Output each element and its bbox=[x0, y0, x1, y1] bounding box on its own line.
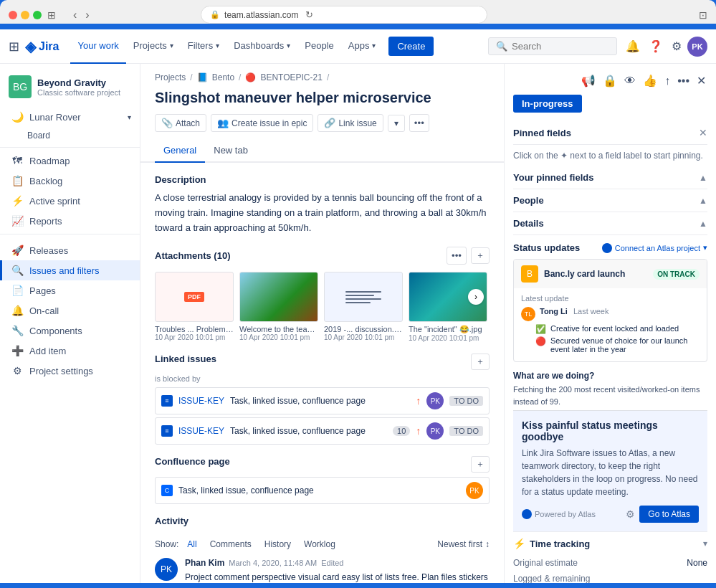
user-avatar[interactable]: PK bbox=[687, 37, 707, 57]
details-title: Details bbox=[513, 218, 544, 229]
attachment-date: 10 Apr 2020 10:01 pm bbox=[239, 333, 318, 341]
conf-item[interactable]: C Task, linked issue, confluence page PK bbox=[155, 477, 490, 504]
atlas-settings-button[interactable]: ⚙ bbox=[626, 508, 635, 520]
linked-item-2[interactable]: ≡ ISSUE-KEY Task, linked issue, confluen… bbox=[155, 417, 490, 445]
nav-apps[interactable]: Apps ▾ bbox=[341, 29, 383, 64]
linked-key-2[interactable]: ISSUE-KEY bbox=[178, 426, 224, 436]
attachment-pdf[interactable]: PDF Troubles ... Problems.pdf 10 Apr 202… bbox=[155, 272, 234, 342]
breadcrumb-bento[interactable]: Bento bbox=[212, 72, 234, 82]
search-input[interactable] bbox=[512, 41, 598, 52]
linked-key[interactable]: ISSUE-KEY bbox=[178, 396, 224, 406]
sidebar-item-issues-filters[interactable]: 🔍 Issues and filters bbox=[0, 260, 140, 280]
nav-your-work[interactable]: Your work bbox=[70, 29, 125, 64]
sidebar-item-roadmap[interactable]: 🗺 Roadmap bbox=[0, 151, 140, 171]
tab-general[interactable]: General bbox=[155, 139, 205, 163]
create-button[interactable]: Create bbox=[388, 37, 434, 56]
traffic-light-yellow[interactable] bbox=[21, 11, 29, 19]
details-header[interactable]: Details ▲ bbox=[513, 212, 707, 235]
sidebar-item-oncall[interactable]: 🔔 On-call bbox=[0, 300, 140, 321]
sidebar-item-label: On-call bbox=[29, 305, 59, 316]
sidebar-item-active-sprint[interactable]: ⚡ Active sprint bbox=[0, 191, 140, 211]
sidebar-item-components[interactable]: 🔧 Components bbox=[0, 321, 140, 341]
people-header[interactable]: People ▲ bbox=[513, 189, 707, 212]
connect-atlas-button[interactable]: Connect an Atlas project ▾ bbox=[602, 243, 707, 253]
your-pinned-header[interactable]: Your pinned fields ▲ bbox=[513, 166, 707, 189]
sidebar-item-label: Reports bbox=[29, 216, 62, 227]
fetching-text: Fetching the 200 most recent visited/wor… bbox=[513, 384, 707, 407]
close-panel-button[interactable]: ✕ bbox=[695, 72, 707, 89]
filter-worklog-button[interactable]: Worklog bbox=[300, 538, 340, 551]
sidebar-item-label: Backlog bbox=[29, 176, 62, 186]
sidebar-toggle-button[interactable]: ⊞ bbox=[47, 9, 56, 21]
status-updates-header: Status updates Connect an Atlas project … bbox=[513, 235, 707, 259]
breadcrumb-epic[interactable]: BENTOEPIC-21 bbox=[260, 72, 322, 82]
settings-icon: ⚙ bbox=[11, 365, 24, 376]
link-issue-button[interactable]: 🔗 Link issue bbox=[318, 114, 383, 132]
tab-new[interactable]: New tab bbox=[205, 139, 257, 163]
time-tracking-header[interactable]: ⚡ Time tracking ▾ bbox=[513, 532, 707, 555]
atlas-small-icon bbox=[522, 509, 532, 519]
traffic-light-green[interactable] bbox=[33, 11, 42, 19]
close-pinned-icon[interactable]: ✕ bbox=[699, 127, 707, 138]
attachments-add-button[interactable]: ＋ bbox=[471, 247, 490, 264]
share-button[interactable]: ↑ bbox=[663, 73, 672, 89]
filter-all-button[interactable]: All bbox=[183, 538, 201, 551]
watch-button[interactable]: 📢 bbox=[580, 72, 597, 89]
original-estimate-row: Original estimate None bbox=[513, 555, 707, 571]
components-icon: 🔧 bbox=[11, 325, 24, 336]
share-button[interactable]: ⊡ bbox=[699, 9, 707, 21]
sidebar-item-project-settings[interactable]: ⚙ Project settings bbox=[0, 361, 140, 381]
browser-back-button[interactable]: ‹ bbox=[70, 7, 80, 23]
filter-history-button[interactable]: History bbox=[260, 538, 295, 551]
browser-forward-button[interactable]: › bbox=[82, 7, 92, 23]
lock-button[interactable]: 🔒 bbox=[601, 72, 619, 89]
sidebar-item-lunar-rover[interactable]: 🌙 Lunar Rover ▾ bbox=[0, 107, 140, 127]
goto-atlas-button[interactable]: Go to Atlas bbox=[639, 506, 699, 523]
jira-logo[interactable]: ◈ Jira bbox=[25, 38, 59, 55]
sidebar-item-releases[interactable]: 🚀 Releases bbox=[0, 240, 140, 260]
linked-sub: is blocked by bbox=[155, 374, 490, 383]
pages-icon: 📄 bbox=[11, 285, 24, 296]
attachments-more-button[interactable]: ••• bbox=[447, 247, 467, 265]
attachment-ocean[interactable]: › The "incident" 😂.jpg 10 Apr 2020 10:01… bbox=[409, 272, 487, 342]
more-button[interactable]: ••• bbox=[676, 73, 691, 89]
sidebar-item-backlog[interactable]: 📋 Backlog bbox=[0, 171, 140, 191]
add-confluence-button[interactable]: ＋ bbox=[471, 456, 490, 473]
toolbar-dropdown-button[interactable]: ▾ bbox=[388, 115, 405, 132]
timer-icon: ⚡ bbox=[513, 538, 525, 549]
issue-type-icon: ≡ bbox=[161, 395, 173, 407]
attachment-doc[interactable]: 2019 -... discussion.docx 10 Apr 2020 10… bbox=[324, 272, 403, 342]
sidebar-subitem-board[interactable]: Board bbox=[0, 127, 140, 144]
sidebar-item-pages[interactable]: 📄 Pages bbox=[0, 280, 140, 300]
attachment-nav-button[interactable]: › bbox=[468, 289, 484, 305]
status-badge[interactable]: In-progress bbox=[513, 95, 582, 113]
paperclip-icon: 📎 bbox=[161, 118, 173, 128]
nav-filters[interactable]: Filters ▾ bbox=[181, 29, 226, 64]
pinned-fields-header[interactable]: Pinned fields ✕ bbox=[513, 121, 707, 145]
nav-projects[interactable]: Projects ▾ bbox=[126, 29, 181, 64]
sidebar-project: BG Beyond Gravity Classic software proje… bbox=[0, 70, 140, 107]
grid-icon[interactable]: ⊞ bbox=[9, 39, 19, 54]
traffic-light-red[interactable] bbox=[9, 11, 17, 19]
breadcrumb-projects[interactable]: Projects bbox=[155, 72, 186, 82]
nav-people[interactable]: People bbox=[297, 29, 340, 64]
sidebar-item-add[interactable]: ➕ Add item bbox=[0, 341, 140, 361]
linked-item-1[interactable]: ≡ ISSUE-KEY Task, linked issue, confluen… bbox=[155, 387, 490, 414]
create-issue-epic-button[interactable]: 👥 Create issue in epic bbox=[211, 114, 313, 132]
reload-button[interactable]: ↻ bbox=[305, 9, 313, 20]
eye-button[interactable]: 👁 bbox=[623, 73, 637, 89]
notifications-button[interactable]: 🔔 bbox=[623, 37, 643, 57]
help-button[interactable]: ❓ bbox=[646, 37, 666, 57]
attach-button[interactable]: 📎 Attach bbox=[155, 114, 206, 132]
search-box[interactable]: 🔍 bbox=[488, 37, 617, 55]
filter-comments-button[interactable]: Comments bbox=[206, 538, 256, 551]
address-bar[interactable]: 🔒 team.atlassian.com ↻ bbox=[201, 6, 487, 24]
sidebar-item-reports[interactable]: 📈 Reports bbox=[0, 211, 140, 231]
nav-dashboards[interactable]: Dashboards ▾ bbox=[226, 29, 297, 64]
attachment-landscape[interactable]: Welcome to the team.png 10 Apr 2020 10:0… bbox=[239, 272, 318, 342]
add-linked-issue-button[interactable]: ＋ bbox=[471, 354, 490, 370]
thumbsup-button[interactable]: 👍 bbox=[641, 72, 659, 89]
toolbar-more-button[interactable]: ••• bbox=[409, 114, 429, 132]
settings-button[interactable]: ⚙ bbox=[669, 37, 684, 57]
activity-sort[interactable]: Newest first ↕ bbox=[437, 539, 490, 549]
